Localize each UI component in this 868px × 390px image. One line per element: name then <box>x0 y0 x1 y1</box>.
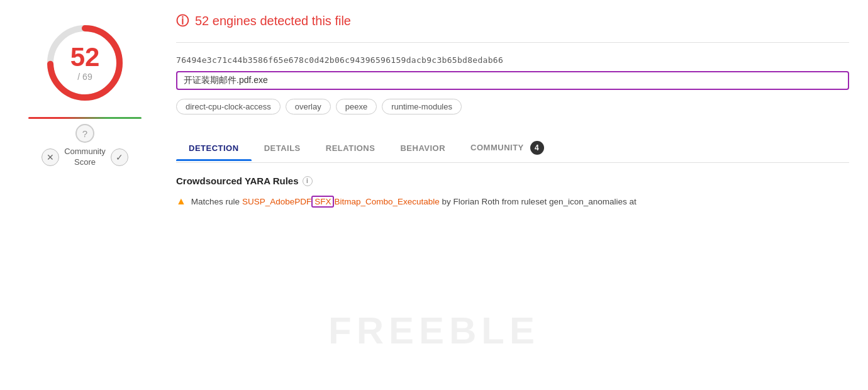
yara-rule1: SUSP_AdobePDF <box>242 197 311 206</box>
threat-gauge: 52 / 69 <box>41 19 129 107</box>
tag-direct-cpu[interactable]: direct-cpu-clock-access <box>176 99 281 114</box>
right-panel: ⓘ 52 engines detected this file 76494e3c… <box>157 13 849 390</box>
info-icon: i <box>303 176 313 186</box>
yara-rule-row: ▲ Matches rule SUSP_AdobePDFSFXBitmap_Co… <box>176 195 849 209</box>
yara-section-title: Crowdsourced YARA Rules i <box>176 176 849 186</box>
gauge-total: / 69 <box>70 72 100 82</box>
detection-header: ⓘ 52 engines detected this file <box>176 13 849 30</box>
question-circle: ? <box>75 124 94 143</box>
tab-community[interactable]: COMMUNITY 4 <box>458 133 557 162</box>
main-container: 52 / 69 ? ✕ Community <box>0 0 868 390</box>
tab-behavior[interactable]: BEHAVIOR <box>387 136 458 160</box>
filename-box: 开证装期邮件.pdf.exe <box>176 71 849 90</box>
yara-rule-text: Matches rule SUSP_AdobePDFSFXBitmap_Comb… <box>191 195 637 209</box>
negative-vote-button[interactable]: ✕ <box>42 148 59 166</box>
community-score-row: ✕ Community Score ✓ <box>42 147 128 168</box>
left-panel-inner: 52 / 69 ? ✕ Community <box>13 19 157 168</box>
tags-row: direct-cpu-clock-access overlay peexe ru… <box>176 99 849 114</box>
alert-icon: ⓘ <box>176 13 189 30</box>
warning-triangle-icon: ▲ <box>176 196 186 207</box>
gauge-text: 52 / 69 <box>70 44 100 82</box>
community-score-bar <box>28 117 142 119</box>
yara-highlight: SFX <box>311 196 334 208</box>
tabs-container: DETECTION DETAILS RELATIONS BEHAVIOR COM… <box>176 133 849 163</box>
community-score-label: Community Score <box>64 147 106 168</box>
file-hash: 76494e3c71c44b3586f65e678c0d42b06c943965… <box>176 55 849 65</box>
left-panel: 52 / 69 ? ✕ Community <box>13 13 157 390</box>
content-area: Crowdsourced YARA Rules i ▲ Matches rule… <box>176 163 849 209</box>
gauge-detected-count: 52 <box>70 44 100 70</box>
yara-rule2: Bitmap_Combo_Executable <box>334 197 439 206</box>
positive-vote-button[interactable]: ✓ <box>111 148 128 166</box>
question-icon: ? <box>82 128 87 139</box>
tab-details[interactable]: DETAILS <box>252 136 313 160</box>
tab-relations[interactable]: RELATIONS <box>313 136 388 160</box>
check-icon: ✓ <box>116 152 123 162</box>
x-icon: ✕ <box>47 152 54 162</box>
tag-peexe[interactable]: peexe <box>336 99 377 114</box>
community-badge: 4 <box>530 141 544 155</box>
community-score-section: ? ✕ Community Score ✓ <box>28 117 142 168</box>
header-divider <box>176 42 849 43</box>
detection-title: 52 engines detected this file <box>195 14 351 28</box>
tag-runtime-modules[interactable]: runtime-modules <box>382 99 462 114</box>
tag-overlay[interactable]: overlay <box>286 99 331 114</box>
tab-detection[interactable]: DETECTION <box>176 136 252 160</box>
